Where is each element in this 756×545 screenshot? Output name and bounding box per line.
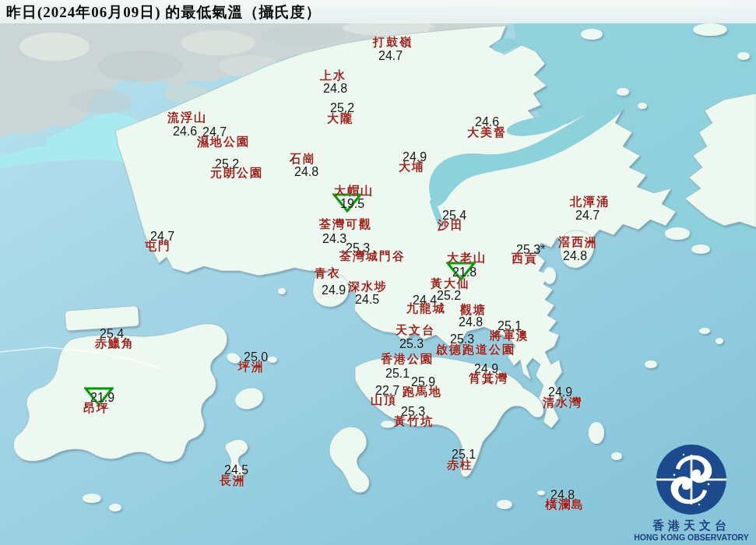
station-label: 觀塘 bbox=[460, 304, 487, 316]
station-label: 大老山 bbox=[447, 252, 487, 264]
hko-logo-name-zh: 香港天文台 bbox=[633, 519, 750, 533]
station-label: 將軍澳 bbox=[490, 330, 529, 342]
station-label: 昂坪 bbox=[83, 403, 110, 414]
station-label: 香港公園 bbox=[381, 353, 434, 365]
station-value: 25.2 bbox=[437, 290, 461, 302]
station-label: 長洲 bbox=[220, 475, 246, 487]
station-label: 荃灣可觀 bbox=[319, 219, 372, 230]
station-label: 天文台 bbox=[396, 325, 435, 336]
station-label: 赤鱲角 bbox=[95, 338, 135, 350]
station-value: 25.3 bbox=[399, 338, 424, 350]
station-value: 25.1 bbox=[385, 367, 410, 380]
station-label: 上水 bbox=[320, 70, 346, 82]
hko-logo-name-en: HONG KONG OBSERVATORY bbox=[633, 533, 750, 543]
hko-logo-icon bbox=[656, 444, 727, 515]
station-value: 24.8 bbox=[323, 83, 347, 95]
station-value: 24.8 bbox=[294, 166, 318, 178]
station-label: 元朗公園 bbox=[210, 167, 263, 179]
station-label: 橫瀾島 bbox=[545, 499, 585, 511]
station-label: 筲箕灣 bbox=[469, 373, 508, 385]
station-label: 大帽山 bbox=[334, 185, 374, 197]
station-label: 西貢 bbox=[512, 253, 538, 265]
station-label: 跑馬地 bbox=[403, 386, 442, 398]
station-value: 24.3 bbox=[322, 233, 346, 245]
hko-min-temperature-map: 昨日(2024年06月09日) 的最低氣溫（攝氏度） 24.7打鼓嶺24.8上水… bbox=[0, 0, 756, 545]
station-label: 深水埗 bbox=[348, 281, 388, 293]
station-label: 屯門 bbox=[145, 241, 171, 252]
station-label: 沙田 bbox=[438, 220, 464, 231]
station-value: 24.6 bbox=[173, 125, 197, 138]
station-label: 青衣 bbox=[315, 268, 341, 280]
station-label: 滘西洲 bbox=[558, 237, 598, 248]
station-label: 大隴 bbox=[327, 113, 353, 125]
station-value: 19.5 bbox=[340, 198, 364, 210]
station-label: 大埔 bbox=[399, 161, 425, 173]
station-label: 清水灣 bbox=[543, 397, 582, 409]
station-label: 石崗 bbox=[290, 153, 316, 165]
hko-logo-block: 香港天文台 HONG KONG OBSERVATORY bbox=[633, 444, 750, 543]
station-label: 流浮山 bbox=[167, 112, 207, 124]
station-label: 北潭涌 bbox=[570, 196, 610, 208]
station-label: 赤柱 bbox=[447, 459, 473, 471]
station-label: 濕地公園 bbox=[197, 136, 250, 148]
station-label: 黃大仙 bbox=[431, 278, 470, 290]
station-value: 24.7 bbox=[575, 209, 600, 222]
station-label: 啟德跑道公園 bbox=[436, 344, 515, 356]
station-value: 24.5 bbox=[355, 294, 379, 306]
station-label: 打鼓嶺 bbox=[373, 37, 413, 48]
station-value: 24.8 bbox=[563, 250, 587, 262]
station-label: 荃灣城門谷 bbox=[339, 251, 406, 262]
station-label: 黃竹坑 bbox=[394, 416, 434, 427]
station-label: 山頂 bbox=[371, 395, 397, 406]
station-value: 24.8 bbox=[459, 316, 483, 329]
title-bar: 昨日(2024年06月09日) 的最低氣溫（攝氏度） bbox=[0, 0, 756, 23]
station-value: 24.9 bbox=[322, 284, 346, 297]
station-label: 大美督 bbox=[467, 127, 507, 139]
station-label: 坪洲 bbox=[238, 361, 265, 373]
map-title: 昨日(2024年06月09日) 的最低氣溫（攝氏度） bbox=[6, 2, 321, 23]
station-value: 24.7 bbox=[378, 50, 403, 62]
station-label: 九龍城 bbox=[406, 303, 446, 315]
